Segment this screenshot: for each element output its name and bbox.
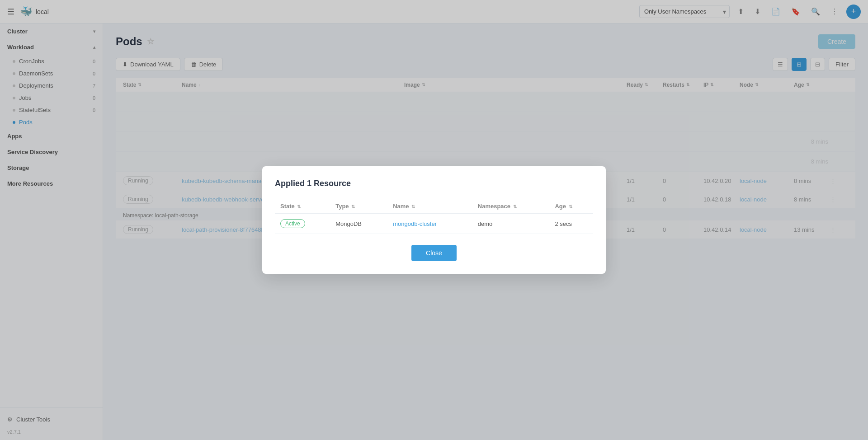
- modal-row-type: MongoDB: [330, 214, 387, 234]
- modal-row-state: Active: [275, 214, 330, 234]
- modal-table-row[interactable]: Active MongoDB mongodb-cluster demo 2 se…: [275, 214, 593, 234]
- modal-age-sort-icon: ⇅: [569, 204, 572, 209]
- modal-row-name[interactable]: mongodb-cluster: [387, 214, 472, 234]
- modal-header-namespace[interactable]: Namespace ⇅: [472, 199, 550, 214]
- modal-row-namespace: demo: [472, 214, 550, 234]
- modal-name-sort-icon: ⇅: [411, 204, 415, 209]
- modal-row-age: 2 secs: [549, 214, 593, 234]
- modal-namespace-sort-icon: ⇅: [513, 204, 517, 209]
- modal-table: State ⇅ Type ⇅ Name ⇅ Namespace ⇅: [275, 199, 593, 234]
- active-badge: Active: [280, 219, 305, 228]
- close-button[interactable]: Close: [411, 245, 457, 261]
- modal-overlay[interactable]: Applied 1 Resource State ⇅ Type ⇅ Name ⇅: [0, 0, 868, 440]
- modal-footer: Close: [275, 245, 593, 261]
- modal-row-name-link[interactable]: mongodb-cluster: [393, 220, 437, 227]
- modal: Applied 1 Resource State ⇅ Type ⇅ Name ⇅: [262, 166, 606, 274]
- modal-title: Applied 1 Resource: [275, 179, 593, 188]
- modal-header-state[interactable]: State ⇅: [275, 199, 330, 214]
- modal-state-sort-icon: ⇅: [297, 204, 301, 209]
- modal-header-name[interactable]: Name ⇅: [387, 199, 472, 214]
- modal-type-sort-icon: ⇅: [351, 204, 355, 209]
- modal-table-header: State ⇅ Type ⇅ Name ⇅ Namespace ⇅: [275, 199, 593, 214]
- modal-header-type[interactable]: Type ⇅: [330, 199, 387, 214]
- modal-header-age[interactable]: Age ⇅: [549, 199, 593, 214]
